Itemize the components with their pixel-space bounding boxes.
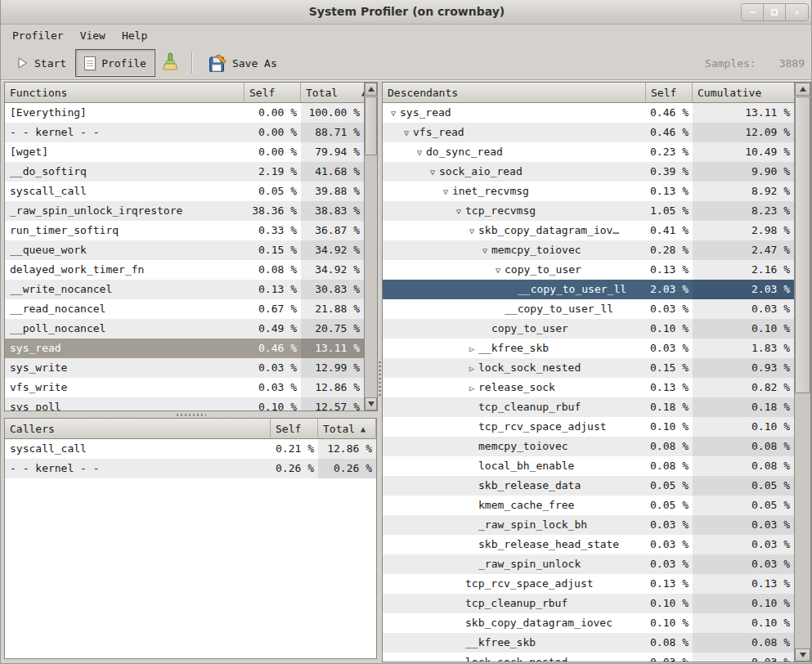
expander-open-icon[interactable]: ▽ <box>426 163 439 182</box>
expander-open-icon[interactable]: ▽ <box>413 143 426 162</box>
expander-closed-icon[interactable]: ▷ <box>465 379 478 397</box>
cell-self: 0.67 % <box>244 299 301 319</box>
tree-row[interactable]: ▽tcp_recvmsg1.05 %8.23 % <box>383 201 794 221</box>
tree-row[interactable]: memcpy_toiovec0.08 %0.08 % <box>383 437 794 456</box>
column-header-self[interactable]: Self <box>271 419 318 439</box>
expander-open-icon[interactable]: ▽ <box>491 261 505 280</box>
tree-row[interactable]: __kfree_skb0.08 %0.08 % <box>383 633 794 653</box>
tree-row[interactable]: ▽inet_recvmsg0.13 %8.92 % <box>383 182 794 201</box>
scroll-down-button[interactable] <box>795 648 810 662</box>
tree-row[interactable]: __copy_to_user_ll0.03 %0.03 % <box>383 299 794 319</box>
cell-self: 0.03 % <box>646 535 693 554</box>
start-button[interactable]: Start <box>7 49 75 77</box>
profile-button[interactable]: Profile <box>75 49 155 77</box>
table-row[interactable]: sys_poll0.10 %12.57 % <box>5 397 364 411</box>
column-header-functions[interactable]: Functions <box>5 83 244 103</box>
tree-row[interactable]: copy_to_user0.10 %0.10 % <box>383 319 794 339</box>
scroll-up-button[interactable] <box>365 83 377 96</box>
titlebar[interactable]: System Profiler (on crownbay) – ✕ <box>1 0 812 25</box>
tree-row[interactable]: ▷release_sock0.13 %0.82 % <box>383 378 794 397</box>
save-as-button[interactable]: Save As <box>200 49 286 77</box>
tree-row[interactable]: ▽skb_copy_datagram_iov…0.41 %2.98 % <box>383 221 794 240</box>
tree-row[interactable]: tcp_rcv_space_adjust0.13 %0.13 % <box>383 574 794 594</box>
cell-function-name: _raw_spin_lock_bh <box>383 515 646 535</box>
column-header-self[interactable]: Self <box>244 83 301 103</box>
horizontal-splitter[interactable] <box>4 411 378 418</box>
table-row[interactable]: vfs_write0.03 %12.86 % <box>5 378 364 397</box>
minimize-button[interactable]: – <box>742 4 764 20</box>
table-row[interactable]: __poll_nocancel0.49 %20.75 % <box>5 319 364 339</box>
cell-function-name: ▽inet_recvmsg <box>383 182 646 201</box>
tree-row[interactable]: ▽sys_read0.46 %13.11 % <box>383 103 794 123</box>
menu-item-view[interactable]: View <box>72 27 114 44</box>
table-row[interactable]: sys_read0.46 %13.11 % <box>5 339 364 358</box>
column-header-label: Functions <box>10 83 67 102</box>
tree-row[interactable]: skb_copy_datagram_iovec0.10 %0.10 % <box>383 613 794 633</box>
maximize-button[interactable] <box>764 4 786 20</box>
tree-row[interactable]: ▽sock_aio_read0.39 %9.90 % <box>383 162 794 182</box>
expander-open-icon[interactable]: ▽ <box>400 123 413 142</box>
tree-row[interactable]: lock_sock_nested0.03 %0.03 % <box>383 653 794 662</box>
table-row[interactable]: run_timer_softirq0.33 %36.87 % <box>5 221 364 240</box>
function-name: skb_release_data <box>478 479 581 491</box>
expander-open-icon[interactable]: ▽ <box>387 104 400 123</box>
expander-open-icon[interactable]: ▽ <box>452 202 465 221</box>
table-row[interactable]: - - kernel - -0.00 %88.71 % <box>5 123 364 142</box>
tree-row[interactable]: local_bh_enable0.08 %0.08 % <box>383 456 794 476</box>
cell-function-name: ▽tcp_recvmsg <box>383 201 646 221</box>
tree-row[interactable]: tcp_cleanup_rbuf0.18 %0.18 % <box>383 397 794 417</box>
table-row[interactable]: syscall_call0.21 %12.86 % <box>5 439 376 459</box>
tree-row[interactable]: kmem_cache_free0.05 %0.05 % <box>383 496 794 515</box>
tree-row[interactable]: tcp_cleanup_rbuf0.10 %0.10 % <box>383 594 794 613</box>
cell-function-name: ▷lock_sock_nested <box>383 358 646 378</box>
column-header-total[interactable]: Total▲ <box>318 419 376 439</box>
tree-row[interactable]: ▽copy_to_user0.13 %2.16 % <box>383 260 794 280</box>
table-row[interactable]: syscall_call0.05 %39.88 % <box>5 182 364 201</box>
tree-row[interactable]: _raw_spin_unlock0.03 %0.03 % <box>383 554 794 574</box>
table-row[interactable]: _raw_spin_unlock_irqrestore38.36 %38.83 … <box>5 201 364 221</box>
menu-item-profiler[interactable]: Profiler <box>4 27 72 44</box>
table-row[interactable]: - - kernel - -0.26 %0.26 % <box>5 459 376 478</box>
close-button[interactable]: ✕ <box>786 4 808 20</box>
functions-scrollbar[interactable] <box>364 83 377 411</box>
column-header-label: Callers <box>10 419 55 438</box>
cell-cumulative: 0.05 % <box>693 476 794 496</box>
expander-closed-icon[interactable]: ▷ <box>465 339 478 358</box>
scroll-thumb[interactable] <box>795 96 810 393</box>
tree-row[interactable]: ▽memcpy_toiovec0.28 %2.47 % <box>383 240 794 260</box>
tree-row[interactable]: skb_release_head_state0.03 %0.03 % <box>383 535 794 554</box>
expander-open-icon[interactable]: ▽ <box>465 222 478 240</box>
reset-button[interactable] <box>155 49 185 77</box>
tree-row[interactable]: ▷lock_sock_nested0.15 %0.93 % <box>383 358 794 378</box>
column-header-callers[interactable]: Callers <box>5 419 271 439</box>
tree-row[interactable]: ▽vfs_read0.46 %12.09 % <box>383 123 794 142</box>
tree-row[interactable]: ▷__kfree_skb0.03 %1.83 % <box>383 339 794 358</box>
scroll-up-button[interactable] <box>795 83 810 96</box>
table-row[interactable]: __read_nocancel0.67 %21.88 % <box>5 299 364 319</box>
function-name: sys_read <box>400 106 451 119</box>
table-row[interactable]: delayed_work_timer_fn0.08 %34.92 % <box>5 260 364 280</box>
column-header-label: Descendants <box>388 83 458 102</box>
tree-row[interactable]: ▽do_sync_read0.23 %10.49 % <box>383 142 794 162</box>
expander-closed-icon[interactable]: ▷ <box>465 359 478 378</box>
tree-row[interactable]: tcp_rcv_space_adjust0.10 %0.10 % <box>383 417 794 437</box>
cell-self: 2.03 % <box>646 280 693 299</box>
column-header-self[interactable]: Self <box>646 83 693 103</box>
table-row[interactable]: sys_write0.03 %12.99 % <box>5 358 364 378</box>
tree-row[interactable]: __copy_to_user_ll2.03 %2.03 % <box>383 280 794 299</box>
scroll-thumb[interactable] <box>365 96 377 155</box>
table-row[interactable]: __do_softirq2.19 %41.68 % <box>5 162 364 182</box>
column-header-descendants[interactable]: Descendants <box>383 83 646 103</box>
table-row[interactable]: [wget]0.00 %79.94 % <box>5 142 364 162</box>
column-header-cumulative[interactable]: Cumulative▲ <box>693 83 810 103</box>
table-row[interactable]: __queue_work0.15 %34.92 % <box>5 240 364 260</box>
menu-item-help[interactable]: Help <box>114 27 155 44</box>
tree-row[interactable]: _raw_spin_lock_bh0.03 %0.03 % <box>383 515 794 535</box>
expander-open-icon[interactable]: ▽ <box>478 241 491 260</box>
expander-open-icon[interactable]: ▽ <box>439 182 452 201</box>
descendants-scrollbar[interactable] <box>794 83 810 662</box>
table-row[interactable]: [Everything]0.00 %100.00 % <box>5 103 364 123</box>
table-row[interactable]: __write_nocancel0.13 %30.83 % <box>5 280 364 299</box>
scroll-down-button[interactable] <box>365 397 377 411</box>
tree-row[interactable]: skb_release_data0.05 %0.05 % <box>383 476 794 496</box>
